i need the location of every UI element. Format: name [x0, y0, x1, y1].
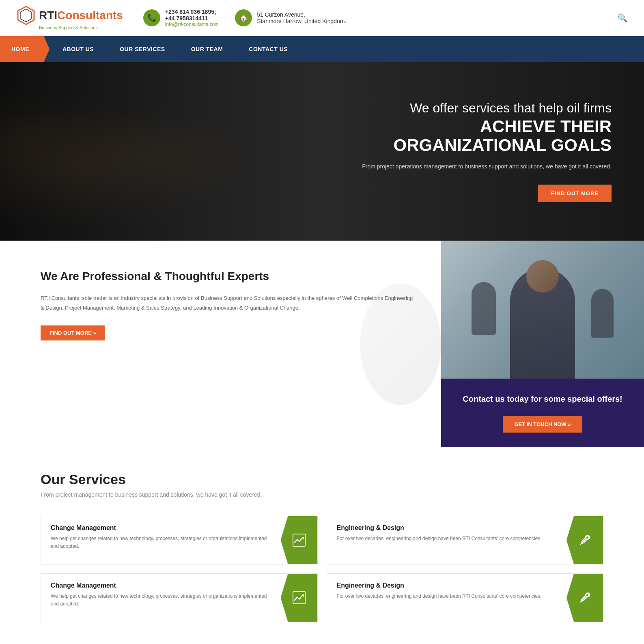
logo-text: RTIConsultants	[39, 9, 123, 22]
services-grid: Change Management We help get changes re…	[41, 516, 603, 622]
email[interactable]: info@rti-consultants.com	[165, 22, 219, 27]
service-card-2[interactable]: Engineering & Design For over two decade…	[327, 516, 604, 564]
logo[interactable]: RTIConsultants Business Support & Soluti…	[16, 6, 123, 30]
address-line2: Stanmore Harrow, United Kingdom.	[257, 18, 346, 24]
nav-item-team[interactable]: OUR TEAM	[178, 36, 236, 62]
services-title: Our Services	[41, 472, 603, 487]
services-section: Our Services From project management to …	[0, 447, 644, 638]
contact-box-title: Contact us today for some special offers…	[461, 393, 624, 405]
svg-line-4	[580, 543, 582, 545]
nav-item-services[interactable]: OUR SERVICES	[107, 36, 178, 62]
service-card-3[interactable]: Change Management We help get changes re…	[41, 573, 318, 622]
services-subtitle: From project management to business supp…	[41, 491, 603, 498]
nav-item-contact[interactable]: CONTACT US	[236, 36, 301, 62]
hero-title: We offer services that help oil firms	[336, 101, 612, 116]
about-cta-button[interactable]: FIND OUT MORE »	[41, 325, 105, 340]
chart-icon	[292, 533, 306, 547]
logo-subtitle: Business Support & Solutions	[39, 25, 123, 30]
about-right: Contact us today for some special offers…	[441, 241, 644, 447]
svg-line-7	[580, 601, 582, 602]
navigation: HOME ABOUT US OUR SERVICES OUR TEAM CONT…	[0, 36, 644, 62]
service-card-1[interactable]: Change Management We help get changes re…	[41, 516, 318, 564]
search-icon[interactable]: 🔍	[618, 13, 628, 23]
hero-cta-button[interactable]: FIND OUT MORE	[538, 185, 612, 202]
svg-rect-5	[293, 592, 305, 604]
address-contact: 🏠 51 Curzon Avenue, Stanmore Harrow, Uni…	[235, 9, 610, 26]
service-card-1-text: We help get changes related to new techn…	[51, 535, 271, 550]
about-left: We Are Professional & Thoughtful Experts…	[0, 241, 441, 447]
service-card-3-text: We help get changes related to new techn…	[51, 592, 271, 608]
about-section: We Are Professional & Thoughtful Experts…	[0, 241, 644, 447]
about-title: We Are Professional & Thoughtful Experts	[41, 269, 417, 284]
phone-contact: 📞 +234 814 036 1895; +44 7958314411 info…	[143, 9, 219, 27]
phone-line1: +234 814 036 1895;	[165, 9, 219, 15]
phone-line2: +44 7958314411	[165, 15, 219, 22]
service-card-4-title: Engineering & Design	[337, 582, 557, 589]
address-icon: 🏠	[235, 9, 252, 26]
about-text: RT.I Consultants, sole trader is an indu…	[41, 293, 417, 312]
contact-box-cta-button[interactable]: GET IN TOUCH NOW »	[503, 416, 582, 433]
chart-icon-2	[292, 591, 306, 605]
service-card-3-content: Change Management We help get changes re…	[41, 574, 281, 622]
address-line1: 51 Curzon Avenue,	[257, 11, 346, 18]
service-card-2-icon	[566, 516, 603, 564]
service-card-4-content: Engineering & Design For over two decade…	[327, 574, 567, 622]
hero-title-bold: ACHIEVE THEIR ORGANIZATIONAL GOALS	[336, 117, 612, 155]
service-card-1-title: Change Management	[51, 524, 271, 532]
nav-item-about[interactable]: ABOUT US	[50, 36, 107, 62]
logo-hex-icon	[16, 6, 36, 25]
about-image	[441, 241, 644, 379]
tools-icon-2	[578, 591, 592, 605]
contact-offer-box: Contact us today for some special offers…	[441, 379, 644, 447]
svg-marker-1	[20, 9, 32, 22]
hero-subtitle: From project operations management to bu…	[336, 162, 612, 172]
service-card-1-content: Change Management We help get changes re…	[41, 516, 281, 564]
nav-item-home[interactable]: HOME	[0, 36, 50, 62]
tools-icon	[578, 533, 592, 547]
service-card-1-icon	[281, 516, 317, 564]
svg-rect-2	[293, 534, 305, 546]
service-card-3-title: Change Management	[51, 582, 271, 589]
service-card-4-icon	[566, 574, 603, 622]
service-card-2-content: Engineering & Design For over two decade…	[327, 516, 567, 564]
hero-section: We offer services that help oil firms AC…	[0, 62, 644, 241]
hero-content: We offer services that help oil firms AC…	[336, 101, 612, 202]
header: RTIConsultants Business Support & Soluti…	[0, 0, 644, 36]
service-card-4[interactable]: Engineering & Design For over two decade…	[327, 573, 604, 622]
service-card-2-text: For over two decades, engineering and de…	[337, 535, 557, 543]
service-card-2-title: Engineering & Design	[337, 524, 557, 532]
phone-icon: 📞	[143, 9, 160, 26]
service-card-4-text: For over two decades, engineering and de…	[337, 592, 557, 600]
service-card-3-icon	[281, 574, 317, 622]
